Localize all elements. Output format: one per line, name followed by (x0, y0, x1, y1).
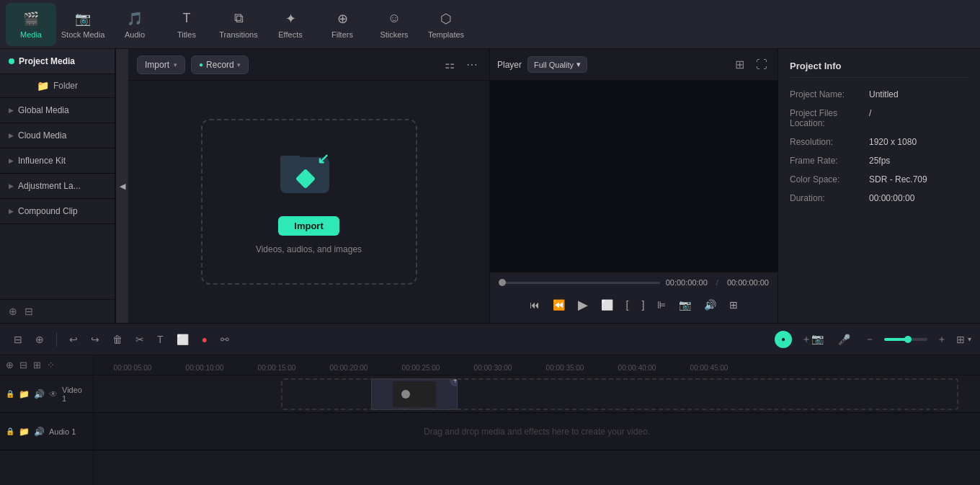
toolbar-item-stock-media[interactable]: 📷 Stock Media (58, 3, 108, 46)
edit-toolbar: ⊟ ⊕ ↩ ↪ 🗑 ✂ T ⬜ ● ⚯ ● ＋📷 🎤 － ＋ ⊞ ▾ (0, 324, 980, 355)
delete-button[interactable]: 🗑 (107, 330, 128, 349)
redo-button[interactable]: ↪ (86, 330, 104, 349)
media-toolbar-right: ⚏ ⋯ (442, 55, 481, 74)
sidebar-item-influence-kit[interactable]: ▶ Influence Kit (0, 148, 115, 174)
player-buttons: ⏮ ⏪ ▶ ⬜ [ ] ⊫ 📷 🔊 ⊞ (490, 290, 778, 323)
split-view-icon[interactable]: ⊞ (732, 55, 747, 74)
zoom-out-button[interactable]: － (860, 329, 880, 350)
timeline-left-top: ⊕ ⊟ ⊞ ⁘ (0, 355, 93, 375)
split-track-icon[interactable]: ⁘ (47, 360, 55, 370)
info-label: Project Name: (790, 89, 869, 99)
audio-track-name: Audio 1 (49, 427, 76, 436)
sidebar-item-compound-clip[interactable]: ▶ Compound Clip (0, 199, 115, 224)
zoom-in-button[interactable]: ＋ (932, 329, 952, 350)
info-label: Color Space: (790, 174, 869, 184)
toolbar-item-stickers[interactable]: ☺ Stickers (369, 3, 419, 46)
ruler-mark: 00:00:35:00 (529, 364, 601, 372)
toolbar-item-transitions[interactable]: ⧉ Transitions (213, 3, 264, 46)
folder-item[interactable]: 📁 Folder (0, 74, 115, 98)
play-button[interactable]: ▶ (574, 294, 592, 316)
undo-button[interactable]: ↩ (64, 330, 83, 349)
markers-button[interactable]: ⊫ (653, 296, 670, 313)
audio-toolbar-icon: 🎵 (126, 10, 143, 27)
video-track-audio-icon[interactable]: 🔊 (34, 389, 45, 399)
cut-button[interactable]: ✂ (130, 330, 149, 349)
sidebar-item-adjustment-la[interactable]: ▶ Adjustment La... (0, 174, 115, 199)
crop-button[interactable]: ⬜ (172, 330, 194, 349)
record-button[interactable]: ● Record ▾ (191, 55, 249, 74)
sidebar-collapse-button[interactable]: ◀ (115, 49, 128, 323)
speed-button[interactable]: ● (197, 330, 213, 349)
voice-button[interactable]: 🎤 (833, 330, 855, 349)
add-track-icon[interactable]: ⊕ (6, 360, 14, 370)
ruler-mark: 00:00:30:00 (457, 364, 529, 372)
toolbar-item-audio[interactable]: 🎵 Audio (110, 3, 160, 46)
player-controls: 00:00:00:00 / 00:00:00:00 ⏮ ⏪ ▶ ⬜ [ ] ⊫ … (490, 272, 778, 323)
video-track-folder-icon[interactable]: 📁 (19, 389, 30, 399)
sidebar-item-cloud-media[interactable]: ▶ Cloud Media (0, 123, 115, 148)
go-to-start-button[interactable]: ⏮ (525, 296, 544, 313)
import-label: Import (145, 60, 169, 70)
audio-track-mute-icon[interactable]: 🔊 (34, 427, 45, 437)
ruler-mark: 00:00:40:00 (601, 364, 673, 372)
main-area: Project Media 📁 Folder ▶ Global Media ▶ … (0, 49, 980, 323)
toolbar-item-filters[interactable]: ⊕ Filters (317, 3, 368, 46)
audio-track[interactable]: Drag and drop media and effects here to … (94, 413, 980, 450)
progress-thumb[interactable] (499, 279, 506, 286)
segments-view-button[interactable]: ⊟ (9, 330, 27, 349)
remove-track-icon[interactable]: ⊟ (19, 360, 27, 370)
add-folder-icon[interactable]: ⊕ (9, 306, 17, 317)
stop-button[interactable]: ⬜ (597, 296, 618, 313)
zoom-slider[interactable] (884, 338, 927, 341)
time-separator: / (716, 278, 718, 287)
play-toggle-button[interactable]: ● (775, 331, 792, 348)
left-sidebar: Project Media 📁 Folder ▶ Global Media ▶ … (0, 49, 115, 323)
record-label: Record (206, 60, 234, 70)
fullscreen-icon[interactable]: ⛶ (753, 55, 770, 74)
timeline-ruler[interactable]: 00:00:05:0000:00:10:0000:00:15:0000:00:2… (94, 355, 980, 375)
project-info-row: Color Space: SDR - Rec.709 (790, 174, 968, 184)
snapshot-button[interactable]: 📷 (674, 296, 695, 313)
active-indicator (9, 58, 14, 64)
out-point-button[interactable]: ] (638, 296, 649, 313)
layout-toggle[interactable]: ⊞ ▾ (956, 334, 971, 345)
progress-track[interactable] (499, 282, 660, 284)
ruler-mark: 00:00:10:00 (169, 364, 241, 372)
player-progress: 00:00:00:00 / 00:00:00:00 (490, 272, 778, 290)
info-value: 1920 x 1080 (869, 137, 917, 147)
link-track-icon[interactable]: ⊞ (33, 360, 41, 370)
current-time: 00:00:00:00 (666, 278, 708, 287)
toolbar-item-media[interactable]: 🎬 Media (6, 3, 56, 46)
unlink-button[interactable]: ⚯ (215, 330, 234, 349)
settings-extra-button[interactable]: ⊞ (725, 296, 742, 313)
timeline-area: ⊕ ⊟ ⊞ ⁘ 🔒 📁 🔊 👁 Video 1 🔒 📁 🔊 Audio 1 (0, 355, 980, 485)
quality-select[interactable]: Full Quality ▾ (527, 56, 587, 73)
step-back-button[interactable]: ⏪ (548, 296, 569, 313)
text-button[interactable]: T (152, 330, 169, 349)
magnetic-button[interactable]: ⊕ (30, 330, 49, 349)
import-button[interactable]: Import ▾ (137, 55, 185, 74)
video-track-eye-icon[interactable]: 👁 (49, 389, 58, 399)
add-media-button[interactable]: ＋📷 (796, 329, 829, 350)
video-track[interactable]: + (94, 375, 980, 413)
zoom-thumb[interactable] (904, 336, 912, 343)
ruler-mark: 00:00:45:00 (673, 364, 745, 372)
edit-toolbar-right: ● ＋📷 🎤 － ＋ ⊞ ▾ (775, 329, 971, 350)
remove-folder-icon[interactable]: ⊟ (24, 306, 33, 317)
chevron-icon: ▶ (9, 157, 14, 164)
audio-track-folder-icon[interactable]: 📁 (19, 427, 30, 437)
filter-icon[interactable]: ⚏ (442, 55, 458, 74)
media-panel: Import ▾ ● Record ▾ ⚏ ⋯ (128, 49, 490, 323)
audio-button[interactable]: 🔊 (700, 296, 721, 313)
toolbar-item-effects[interactable]: ✦ Effects (265, 3, 316, 46)
sidebar-item-label: Compound Clip (18, 206, 78, 216)
project-info-row: Duration: 00:00:00:00 (790, 193, 968, 203)
toolbar-item-templates[interactable]: ⬡ Templates (421, 3, 471, 46)
project-info-row: Frame Rate: 25fps (790, 156, 968, 166)
project-media-header[interactable]: Project Media (0, 49, 115, 74)
import-drop-button[interactable]: Import (278, 216, 339, 236)
in-point-button[interactable]: [ (622, 296, 633, 313)
toolbar-item-titles[interactable]: T Titles (161, 3, 212, 46)
more-options-icon[interactable]: ⋯ (463, 55, 481, 74)
sidebar-item-global-media[interactable]: ▶ Global Media (0, 98, 115, 123)
